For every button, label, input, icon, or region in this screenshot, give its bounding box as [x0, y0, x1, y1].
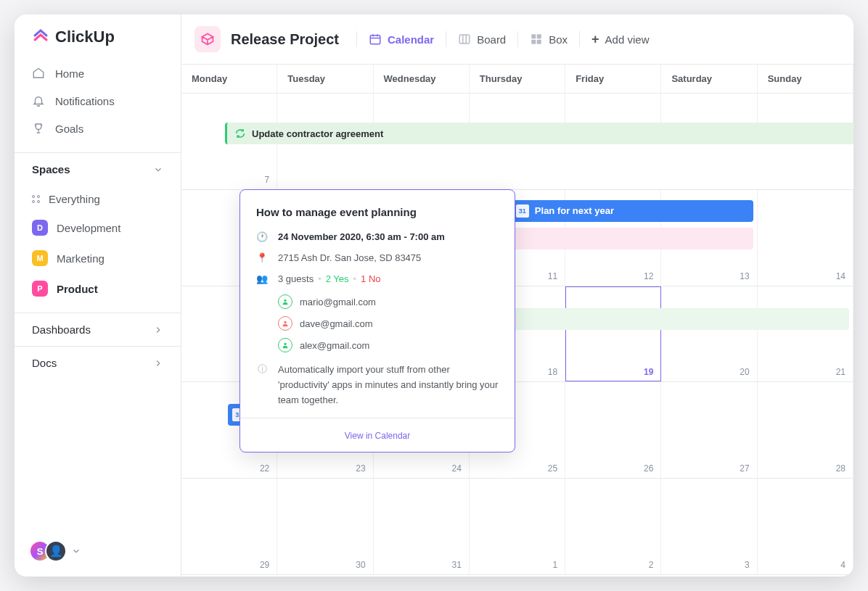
add-view-label: Add view [605, 33, 650, 46]
day-cell[interactable]: 27 [661, 382, 757, 478]
day-number: 23 [356, 463, 365, 474]
nav-dashboards[interactable]: Dashboards [15, 313, 181, 346]
day-header: Saturday [661, 65, 757, 93]
clock-icon: 🕐 [256, 231, 268, 242]
day-number: 18 [548, 367, 557, 377]
nav-notifications[interactable]: Notifications [20, 87, 175, 115]
day-number: 26 [644, 463, 653, 474]
day-number: 24 [451, 463, 461, 474]
day-number: 1 [552, 560, 557, 570]
pin-icon: 📍 [256, 252, 268, 263]
board-icon [458, 33, 471, 46]
day-cell[interactable]: 30 [277, 479, 373, 574]
day-cell[interactable]: 31 [374, 479, 470, 574]
popup-footer: View in Calendar [240, 418, 515, 452]
svg-point-6 [284, 299, 286, 302]
view-box[interactable]: Box [528, 30, 569, 49]
day-cell[interactable]: 4 [758, 479, 853, 574]
svg-point-7 [284, 321, 286, 323]
day-cell[interactable]: 19 [565, 286, 661, 382]
guest-avatar-icon [278, 294, 292, 309]
event-bar[interactable]: 31Plan for next year [509, 200, 753, 222]
space-marketing[interactable]: MMarketing [20, 243, 175, 273]
day-cell[interactable]: 20 [661, 286, 757, 382]
day-number: 7 [265, 175, 270, 185]
event-bar[interactable] [509, 228, 753, 249]
day-number: 29 [260, 560, 269, 570]
day-cell[interactable]: 2 [565, 479, 661, 574]
logo[interactable]: ClickUp [15, 15, 181, 59]
separator [356, 31, 357, 47]
people-icon: 👥 [256, 273, 268, 284]
space-product[interactable]: PProduct [20, 273, 175, 304]
day-cell[interactable]: 3 [661, 479, 757, 574]
nav-docs[interactable]: Docs [15, 346, 181, 379]
spaces-header[interactable]: Spaces [15, 152, 181, 186]
day-header: Sunday [758, 65, 853, 93]
day-number: 4 [840, 560, 846, 570]
view-in-calendar-link[interactable]: View in Calendar [345, 431, 411, 441]
view-board[interactable]: Board [456, 30, 507, 49]
day-number: 27 [740, 463, 749, 474]
guest-email: alex@gmail.com [300, 340, 369, 351]
space-label: Development [57, 222, 120, 234]
day-number: 3 [745, 560, 750, 570]
grid-icon [530, 33, 543, 46]
day-cell[interactable]: 1 [470, 479, 565, 574]
toolbar: Release Project Calendar Board Box +Add … [181, 15, 853, 65]
day-number: 11 [548, 271, 557, 281]
popup-guests-row: 👥 3 guests • 2 Yes • 1 No [256, 273, 499, 284]
spaces-list: Everything DDevelopment MMarketing PProd… [15, 186, 181, 313]
guest-item: alex@gmail.com [278, 338, 499, 352]
nav-home[interactable]: Home [20, 59, 175, 87]
event-bar[interactable] [509, 308, 849, 330]
nav-notifications-label: Notifications [55, 95, 115, 107]
day-cell[interactable]: 29 [181, 479, 277, 574]
calendar: MondayTuesdayWednesdayThursdayFridaySatu… [181, 65, 853, 576]
guest-yes: 2 Yes [326, 273, 349, 284]
day-number: 14 [836, 271, 846, 281]
space-everything[interactable]: Everything [20, 186, 175, 212]
day-number: 28 [836, 463, 846, 474]
day-cell[interactable]: 14 [758, 190, 853, 286]
box-icon [200, 32, 215, 46]
day-cell[interactable]: 7 [181, 141, 277, 189]
separator [517, 31, 518, 47]
event-bar[interactable]: Update contractor agreement [225, 123, 853, 144]
day-cell[interactable]: 21 [758, 286, 853, 382]
dashboards-label: Dashboards [32, 323, 91, 336]
day-cell[interactable]: 26 [565, 382, 661, 478]
separator [579, 31, 580, 47]
docs-label: Docs [32, 357, 57, 369]
svg-rect-4 [531, 40, 536, 44]
day-number: 25 [548, 463, 557, 474]
trophy-icon [32, 122, 45, 135]
space-development[interactable]: DDevelopment [20, 212, 175, 243]
info-icon: ⓘ [256, 363, 268, 408]
space-label: Marketing [57, 252, 105, 265]
nav-goals[interactable]: Goals [20, 115, 175, 142]
refresh-icon [234, 128, 246, 139]
popup-datetime: 24 November 2020, 6:30 am - 7:00 am [278, 231, 445, 242]
view-calendar[interactable]: Calendar [367, 30, 435, 49]
project-title: Release Project [231, 31, 339, 48]
day-cell[interactable]: 28 [758, 382, 853, 478]
view-label: Calendar [388, 33, 434, 46]
separator [446, 31, 446, 47]
add-view-button[interactable]: +Add view [590, 29, 650, 50]
guest-avatar-icon [278, 316, 292, 331]
svg-rect-5 [537, 40, 541, 44]
popup-desc: Automatically import your stuff from oth… [278, 363, 499, 408]
nav-main: Home Notifications Goals [15, 59, 181, 152]
everything-icon [32, 195, 40, 203]
svg-rect-2 [531, 34, 536, 38]
bell-icon [32, 94, 45, 107]
space-badge: D [32, 220, 48, 236]
svg-point-8 [284, 343, 286, 345]
user-avatars[interactable]: S 👤 [15, 526, 181, 576]
project-icon [195, 26, 221, 52]
popup-datetime-row: 🕐24 November 2020, 6:30 am - 7:00 am [256, 231, 499, 242]
sidebar: ClickUp Home Notifications Goals Spaces … [15, 15, 181, 576]
day-header-row: MondayTuesdayWednesdayThursdayFridaySatu… [181, 65, 853, 94]
chevron-right-icon [153, 325, 163, 335]
